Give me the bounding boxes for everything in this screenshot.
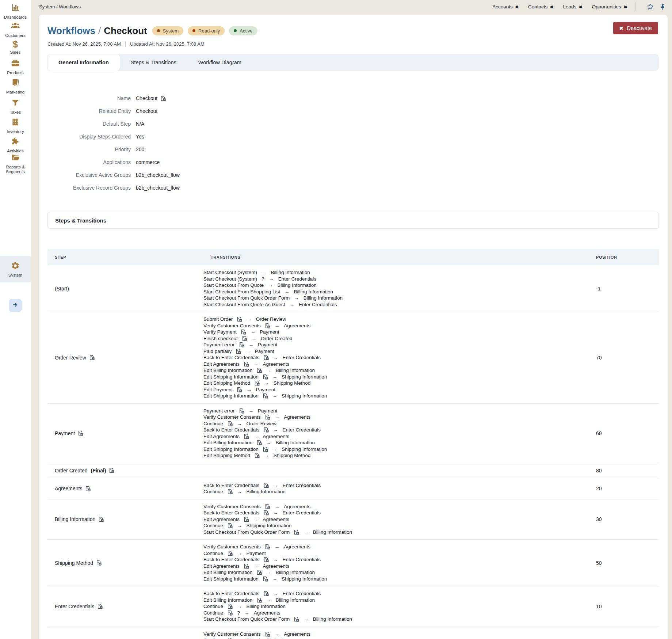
arrow-right-icon: → (272, 374, 278, 380)
transition-target: Agreements (263, 516, 290, 523)
translate-icon: aA (239, 408, 244, 414)
close-icon[interactable]: ✖ (624, 5, 627, 9)
svg-text:a: a (258, 598, 259, 600)
svg-text:a: a (256, 381, 257, 384)
step-name: Billing InformationaA (47, 512, 203, 526)
badge-label: Active (240, 28, 252, 34)
svg-text:a: a (79, 431, 81, 433)
transitions-cell: Verify Customer ConsentsaA→AgreementsCon… (203, 627, 589, 639)
transition-target: Enter Credentials (283, 590, 321, 597)
svg-text:A: A (88, 488, 90, 491)
transition: Edit Billing InformationaA→Billing Infor… (203, 367, 589, 374)
breadcrumb[interactable]: System / Workflows (39, 4, 81, 9)
field-value-text: 200 (136, 145, 144, 153)
close-icon: ✖ (619, 26, 623, 31)
sidebar-expand-button[interactable] (9, 299, 22, 312)
created-at: Created At: Nov 26, 2025, 7:08 AM (47, 41, 121, 47)
workflows-breadcrumb-link[interactable]: Workflows (47, 25, 95, 36)
svg-text:a: a (243, 336, 245, 339)
transition-label: Back to Enter Credentials (203, 556, 259, 563)
transition-target: Payment (258, 408, 277, 414)
sidebar-item-system[interactable]: System (0, 256, 31, 282)
arrow-right-icon: → (273, 427, 278, 433)
svg-text:A: A (257, 383, 259, 385)
transition-label: Back to Enter Credentials (203, 354, 259, 361)
transition: ContinueaA→Billing Information (203, 488, 589, 495)
transition-label: Continue (203, 488, 223, 495)
svg-text:a: a (256, 454, 257, 456)
svg-text:A: A (230, 613, 232, 615)
transition-target: Order Review (256, 316, 286, 323)
transition-target: Agreements (263, 361, 290, 368)
svg-text:a: a (98, 561, 99, 563)
svg-text:A: A (239, 351, 240, 354)
svg-text:A: A (266, 377, 267, 379)
shortcut-leads[interactable]: Leads✖ (563, 4, 582, 9)
close-icon[interactable]: ✖ (515, 5, 519, 9)
step-position: 20 (589, 486, 659, 491)
close-icon[interactable]: ✖ (550, 5, 553, 9)
status-badge-system: System (152, 26, 183, 35)
transition-target: Shipping Information (247, 522, 292, 529)
field-label-exclusive-active-groups: Exclusive Active Groups (47, 171, 131, 179)
transition: Verify Customer ConsentsaA→Agreements (203, 414, 589, 421)
svg-text:A: A (266, 396, 267, 398)
svg-text:A: A (260, 370, 261, 373)
translate-icon: aA (98, 604, 103, 609)
translate-icon: aA (265, 504, 270, 509)
tab-steps-transitions[interactable]: Steps & Transitions (120, 54, 187, 71)
tabbar: General InformationSteps & TransitionsWo… (47, 54, 659, 71)
translate-icon: aA (264, 557, 269, 562)
close-icon[interactable]: ✖ (579, 5, 582, 9)
svg-text:A: A (260, 600, 261, 602)
sidebar-item-label: Sales (0, 50, 31, 55)
svg-text:A: A (240, 390, 241, 392)
arrow-right-icon: → (264, 452, 269, 459)
tab-workflow-diagram[interactable]: Workflow Diagram (187, 54, 252, 71)
translate-icon: aA (228, 523, 233, 528)
sidebar-item-inventory[interactable]: Inventory (0, 117, 31, 134)
sidebar-item-customers[interactable]: Customers (0, 21, 31, 38)
svg-text:a: a (229, 611, 230, 613)
svg-text:A: A (81, 433, 83, 435)
shortcut-contacts[interactable]: Contacts✖ (528, 4, 554, 9)
arrow-right-icon: → (275, 631, 280, 638)
pin-icon[interactable] (658, 2, 667, 11)
tab-general-information[interactable]: General Information (47, 54, 120, 71)
transition: Verify Customer ConsentsaA→Agreements (203, 503, 589, 510)
translate-icon: aA (264, 355, 269, 360)
translate-icon: aA (264, 510, 269, 516)
transition-label: Edit Agreements (203, 563, 240, 570)
step-name: AgreementsaA (47, 481, 203, 496)
translate-icon: aA (228, 604, 233, 609)
transition: Verify PaymentaA→Payment (203, 329, 589, 335)
sidebar-item-activities[interactable]: Activities (0, 137, 31, 153)
deactivate-button[interactable]: ✖ Deactivate (613, 22, 658, 34)
updated-at: Updated At: Nov 26, 2025, 7:08 AM (130, 41, 205, 47)
transition-label: Edit Agreements (203, 516, 240, 523)
transition-label: Paid partially (203, 348, 232, 355)
sidebar-item-products[interactable]: Products (0, 58, 31, 75)
shortcut-opportunities[interactable]: Opportunities✖ (592, 4, 627, 9)
transition-target: Agreements (263, 433, 290, 440)
sidebar-item-reports-segments[interactable]: Reports & Segments (0, 153, 31, 174)
arrow-right-icon: → (275, 323, 280, 329)
translate-icon: aA (228, 551, 233, 556)
arrow-right-icon: → (275, 544, 280, 550)
favorite-star-icon[interactable] (646, 2, 654, 11)
step-label: Order Created (55, 468, 87, 473)
sidebar-item-dashboards[interactable]: Dashboards (0, 3, 31, 20)
sidebar-item-marketing[interactable]: Marketing (0, 78, 31, 95)
svg-text:A: A (257, 456, 259, 458)
transition-target: Agreements (284, 323, 310, 329)
sidebar-item-sales[interactable]: $Sales (0, 39, 31, 55)
transition-target: Shipping Method (274, 452, 310, 459)
step-label: Order Review (55, 355, 86, 361)
arrow-right-icon: → (253, 563, 259, 570)
sidebar-item-taxes[interactable]: Taxes (0, 98, 31, 115)
transition: Start Checkout From Shopping List→Billin… (203, 289, 589, 295)
transition-label: Start Checkout From Shopping List (203, 289, 280, 295)
shortcut-accounts[interactable]: Accounts✖ (492, 4, 519, 9)
svg-text:a: a (258, 571, 259, 573)
transition: Payment erroraA→Payment (203, 342, 589, 348)
